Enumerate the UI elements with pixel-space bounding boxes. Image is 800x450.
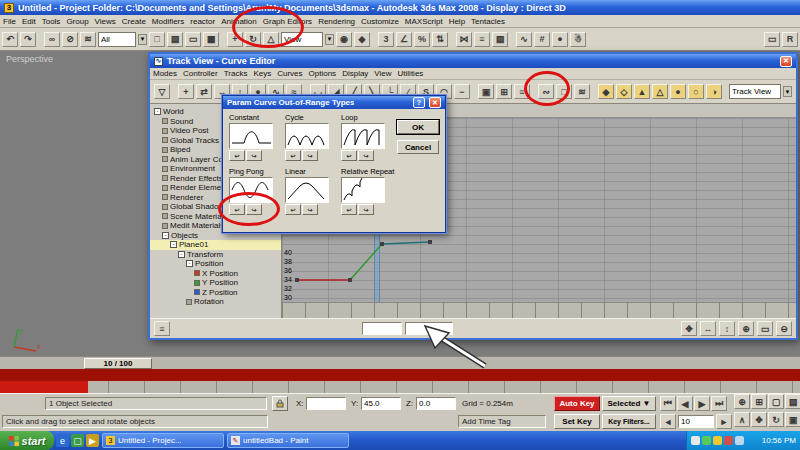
filter-visible-tracks-icon[interactable]: ● — [670, 84, 686, 99]
track-view-close-icon[interactable]: ✕ — [780, 56, 792, 67]
loop-out-icon[interactable]: ↪ — [358, 150, 374, 161]
clock[interactable]: 10:56 PM — [762, 436, 796, 445]
zoom-value-extents-icon[interactable]: ↕ — [719, 321, 735, 336]
zoom-extents-icon[interactable]: ▢ — [768, 394, 784, 409]
viewport-label[interactable]: Perspective — [6, 54, 53, 64]
set-tangents-flat-icon[interactable]: − — [454, 84, 470, 99]
zoom-region-icon[interactable]: ▭ — [757, 321, 773, 336]
tree-item-rotation[interactable]: Rotation — [150, 297, 281, 307]
lock-selection-icon[interactable]: ▣ — [478, 84, 494, 99]
tv-menu-display[interactable]: Display — [339, 69, 371, 78]
filter-keyable-tracks-icon[interactable]: ○ — [688, 84, 704, 99]
window-crossing-toggle-icon[interactable]: ▦ — [203, 32, 219, 47]
filter-animated-tracks-icon[interactable]: ◇ — [616, 84, 632, 99]
selection-filter-arrow-icon[interactable]: ▼ — [138, 34, 147, 45]
key-mode-dropdown[interactable]: Selected ▼ — [602, 396, 656, 411]
select-and-rotate-icon[interactable]: ↻ — [245, 32, 261, 47]
dialog-titlebar[interactable]: Param Curve Out-of-Range Types ? ✕ — [223, 96, 445, 109]
go-to-end-icon[interactable]: ⏭ — [711, 396, 727, 411]
previous-key-icon[interactable]: ◄ — [660, 414, 676, 429]
option-relative-repeat[interactable]: Relative Repeat ↩ ↪ — [341, 166, 395, 215]
taskbar-button-3dsmax[interactable]: 3 Untitled - Projec... — [102, 433, 224, 448]
menu-help[interactable]: Help — [446, 17, 468, 26]
ping-pong-curve-icon[interactable] — [229, 177, 273, 203]
curve-editor-icon[interactable]: ∿ — [516, 32, 532, 47]
key-time-field[interactable] — [362, 322, 402, 335]
menu-graph-editors[interactable]: Graph Editors — [260, 17, 315, 26]
angle-snap-toggle-icon[interactable]: ∠ — [396, 32, 412, 47]
set-key-button[interactable]: Set Key — [554, 414, 600, 429]
quick-launch-browser-icon[interactable]: e — [56, 434, 69, 447]
cycle-out-icon[interactable]: ↪ — [302, 150, 318, 161]
tray-icon-3[interactable] — [713, 436, 722, 445]
time-ruler[interactable] — [282, 302, 796, 318]
menu-customize[interactable]: Customize — [358, 17, 402, 26]
menu-edit[interactable]: Edit — [19, 17, 39, 26]
arc-rotate-icon[interactable]: ↻ — [768, 412, 784, 427]
cycle-in-icon[interactable]: ↩ — [285, 150, 301, 161]
lock-tangents-icon[interactable]: ≋ — [574, 84, 590, 99]
tree-item-y-position[interactable]: Y Position — [150, 278, 281, 288]
zoom-horizontal-extents-icon[interactable]: ↔ — [700, 321, 716, 336]
dialog-help-icon[interactable]: ? — [413, 97, 425, 108]
zoom-time-icon[interactable]: ⊖ — [776, 321, 792, 336]
use-pivot-point-center-icon[interactable]: ◉ — [336, 32, 352, 47]
track-bar-upper[interactable] — [0, 369, 800, 381]
key-filters-button[interactable]: Key Filters... — [602, 414, 656, 429]
quick-launch-desktop-icon[interactable]: ▢ — [71, 434, 84, 447]
menu-modifiers[interactable]: Modifiers — [149, 17, 187, 26]
select-object-icon[interactable]: □ — [149, 32, 165, 47]
ok-button[interactable]: OK — [397, 120, 439, 134]
taskbar-button-paint[interactable]: ✎ untitledBad - Paint — [227, 433, 349, 448]
move-keys-icon[interactable]: + — [178, 84, 194, 99]
material-editor-icon[interactable]: ● — [552, 32, 568, 47]
track-bar-selection[interactable] — [0, 381, 88, 393]
filters-icon[interactable]: ▽ — [154, 84, 170, 99]
filter-selected-tracks-icon[interactable]: ▲ — [634, 84, 650, 99]
zoom-icon[interactable]: ⊕ — [734, 394, 750, 409]
start-button[interactable]: start — [0, 431, 54, 450]
zoom-icon[interactable]: ⊕ — [738, 321, 754, 336]
cycle-curve-icon[interactable] — [285, 123, 329, 149]
tree-item-plane01[interactable]: -Plane01 — [150, 240, 281, 250]
relative-repeat-curve-icon[interactable] — [341, 177, 385, 203]
auto-key-button[interactable]: Auto Key — [554, 396, 600, 411]
drag-label-icon[interactable]: ≡ — [154, 321, 170, 336]
menu-file[interactable]: File — [0, 17, 19, 26]
selection-filter-dropdown[interactable]: All — [98, 32, 136, 47]
previous-frame-icon[interactable]: ◀ — [677, 396, 693, 411]
tree-item-transform[interactable]: -Transform — [150, 250, 281, 260]
reference-coordinate-arrow-icon[interactable]: ▼ — [325, 34, 334, 45]
layer-manager-icon[interactable]: ▤ — [492, 32, 508, 47]
collapse-icon[interactable]: - — [154, 108, 161, 115]
linear-out-icon[interactable]: ↪ — [302, 204, 318, 215]
reference-coordinate-dropdown[interactable]: View — [281, 32, 323, 47]
spinner-snap-toggle-icon[interactable]: ⇅ — [432, 32, 448, 47]
snaps-toggle-icon[interactable]: 3 — [378, 32, 394, 47]
tv-menu-utilities[interactable]: Utilities — [395, 69, 427, 78]
tv-menu-options[interactable]: Options — [306, 69, 340, 78]
menu-maxscript[interactable]: MAXScript — [402, 17, 446, 26]
collapse-icon[interactable]: - — [178, 251, 185, 258]
quick-render-icon[interactable]: R — [782, 32, 798, 47]
align-icon[interactable]: ≡ — [474, 32, 490, 47]
snap-frames-icon[interactable]: ⊞ — [496, 84, 512, 99]
track-view-utilities-icon[interactable]: ◑ — [706, 84, 722, 99]
menu-group[interactable]: Group — [63, 17, 91, 26]
tray-icon-4[interactable] — [724, 436, 733, 445]
constant-in-icon[interactable]: ↩ — [229, 150, 245, 161]
percent-snap-toggle-icon[interactable]: % — [414, 32, 430, 47]
cancel-button[interactable]: Cancel — [397, 140, 439, 154]
z-coordinate-field[interactable]: 0.0 — [416, 397, 456, 410]
tree-item-position[interactable]: -Position — [150, 259, 281, 269]
tree-item-z-position[interactable]: Z Position — [150, 288, 281, 298]
redo-icon[interactable]: ↷ — [20, 32, 36, 47]
ping-pong-in-icon[interactable]: ↩ — [229, 204, 245, 215]
field-of-view-icon[interactable]: ∧ — [734, 412, 750, 427]
pan-view-icon[interactable]: ✥ — [751, 412, 767, 427]
tv-menu-view[interactable]: View — [371, 69, 394, 78]
render-scene-dialog-icon[interactable]: ☃ — [570, 32, 586, 47]
next-key-icon[interactable]: ► — [716, 414, 732, 429]
option-loop[interactable]: Loop ↩ ↪ — [341, 112, 395, 161]
option-linear[interactable]: Linear ↩ ↪ — [285, 166, 339, 215]
